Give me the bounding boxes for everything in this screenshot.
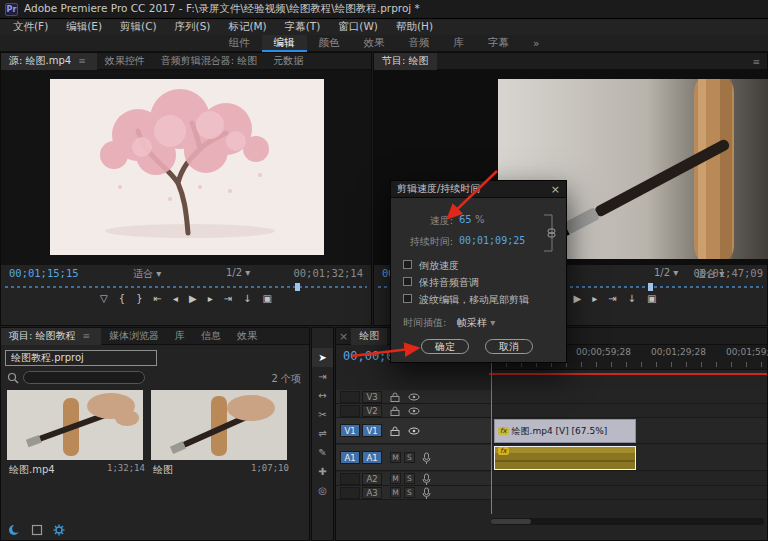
workspace-color[interactable]: 颜色 xyxy=(307,35,352,52)
panel-menu-icon[interactable]: ≡ xyxy=(749,57,763,67)
lift-icon[interactable]: ↓ xyxy=(628,293,636,304)
insert-icon[interactable]: ↓ xyxy=(243,293,251,304)
panel-menu-icon[interactable]: ≡ xyxy=(80,331,94,341)
close-icon[interactable]: × xyxy=(336,330,351,343)
clip-name[interactable]: 绘图.mp4 xyxy=(9,463,55,477)
menu-edit[interactable]: 编辑(E) xyxy=(57,20,111,34)
source-fit-dropdown[interactable]: 适合 ▾ xyxy=(133,267,161,281)
tab-sequence[interactable]: 绘图 xyxy=(351,328,387,345)
workspace-effects[interactable]: 效果 xyxy=(352,35,397,52)
menu-clip[interactable]: 剪辑(C) xyxy=(111,20,166,34)
search-input[interactable] xyxy=(23,371,145,384)
reverse-speed-checkbox[interactable] xyxy=(403,260,412,269)
duration-value[interactable]: 00;01;09;25 xyxy=(459,235,525,246)
ripple-edit-tool[interactable]: ↔ xyxy=(312,386,333,405)
slip-tool[interactable]: ⇌ xyxy=(312,424,333,443)
source-patch-a1[interactable]: A1 xyxy=(340,451,360,464)
scrubber-playhead[interactable] xyxy=(295,283,300,291)
menu-marker[interactable]: 标记(M) xyxy=(219,20,275,34)
solo-button[interactable]: S xyxy=(404,487,415,498)
close-icon[interactable]: × xyxy=(551,183,560,196)
microphone-icon[interactable] xyxy=(422,487,431,500)
tab-program[interactable]: 节目: 绘图 xyxy=(374,53,437,70)
scrollbar-thumb[interactable] xyxy=(491,519,531,524)
ok-button[interactable]: 确定 xyxy=(421,339,469,354)
mark-out-icon[interactable]: } xyxy=(136,293,142,304)
track-target-a2[interactable]: A2 xyxy=(362,473,382,485)
dialog-titlebar[interactable]: 剪辑速度/持续时间 × xyxy=(391,181,566,198)
source-patch-empty[interactable] xyxy=(340,473,360,485)
tab-effect-controls[interactable]: 效果控件 xyxy=(97,53,153,70)
menu-window[interactable]: 窗口(W) xyxy=(329,20,387,34)
clip-name[interactable]: 绘图 xyxy=(153,463,173,477)
go-to-out-icon[interactable]: ⇥ xyxy=(224,293,232,304)
step-forward-icon[interactable]: ▸ xyxy=(592,293,597,304)
razor-tool[interactable]: ✂ xyxy=(312,405,333,424)
track-lane[interactable] xyxy=(491,472,767,486)
program-resolution-dropdown[interactable]: 1/2 ▾ xyxy=(654,267,678,278)
eye-icon[interactable] xyxy=(408,427,420,435)
tab-effects[interactable]: 效果 xyxy=(229,328,265,345)
add-marker-icon[interactable]: ▽ xyxy=(100,293,108,304)
mute-button[interactable]: M xyxy=(390,473,401,484)
track-target-a1[interactable]: A1 xyxy=(362,451,382,464)
workspace-libraries[interactable]: 库 xyxy=(442,35,477,52)
track-lane[interactable] xyxy=(491,404,767,418)
selection-tool[interactable]: ➤ xyxy=(312,348,333,367)
solo-button[interactable]: S xyxy=(404,473,415,484)
tab-audio-clip-mixer[interactable]: 音频剪辑混合器: 绘图 xyxy=(153,53,266,70)
track-target-v3[interactable]: V3 xyxy=(362,391,382,403)
workspace-titles[interactable]: 字幕 xyxy=(476,35,521,52)
track-lane[interactable] xyxy=(491,390,767,404)
workspace-assembly[interactable]: 组件 xyxy=(217,35,262,52)
eye-icon[interactable] xyxy=(408,407,420,415)
menu-file[interactable]: 文件(F) xyxy=(4,20,57,34)
track-target-a3[interactable]: A3 xyxy=(362,487,382,499)
mute-button[interactable]: M xyxy=(390,452,401,463)
workspace-audio[interactable]: 音频 xyxy=(397,35,442,52)
mute-button[interactable]: M xyxy=(390,487,401,498)
source-patch-empty[interactable] xyxy=(340,391,360,403)
play-icon[interactable]: ▶ xyxy=(573,293,581,304)
source-patch-empty[interactable] xyxy=(340,405,360,417)
link-speed-duration-icon[interactable] xyxy=(540,213,556,253)
sync-lock-icon[interactable] xyxy=(390,392,400,402)
tab-info[interactable]: 信息 xyxy=(193,328,229,345)
pen-tool[interactable]: ✎ xyxy=(312,443,333,462)
sync-lock-icon[interactable] xyxy=(390,406,400,416)
microphone-icon[interactable] xyxy=(422,473,431,486)
eye-icon[interactable] xyxy=(408,393,420,401)
audio-clip-selected[interactable]: fx xyxy=(494,446,636,470)
moon-view-icon[interactable] xyxy=(8,524,20,536)
workspace-overflow-chevron[interactable]: » xyxy=(521,35,551,52)
source-viewer[interactable] xyxy=(1,70,371,265)
zoom-tool[interactable]: ◎ xyxy=(312,481,333,500)
ripple-edit-checkbox[interactable] xyxy=(403,294,412,303)
mark-in-icon[interactable]: { xyxy=(119,293,125,304)
playhead[interactable] xyxy=(491,352,492,514)
project-item-thumbnail[interactable] xyxy=(151,390,287,460)
track-select-tool[interactable]: ⇥ xyxy=(312,367,333,386)
project-file-box[interactable]: 绘图教程.prproj xyxy=(5,350,157,366)
settings-gear-icon[interactable] xyxy=(53,524,65,536)
menu-help[interactable]: 帮助(H) xyxy=(387,20,442,34)
source-position-timecode[interactable]: 00;01;15;15 xyxy=(9,267,79,279)
source-patch-empty[interactable] xyxy=(340,487,360,499)
overwrite-icon[interactable]: ▣ xyxy=(262,293,271,304)
menu-title[interactable]: 字幕(T) xyxy=(276,20,330,34)
timeline-zoom-scrollbar[interactable] xyxy=(491,518,764,525)
source-resolution-dropdown[interactable]: 1/2 ▾ xyxy=(226,267,250,278)
step-back-icon[interactable]: ◂ xyxy=(173,293,178,304)
workspace-editing[interactable]: 编辑 xyxy=(262,35,307,52)
track-lane[interactable] xyxy=(491,486,767,500)
video-clip[interactable]: fx 绘图.mp4 [V] [67.5%] xyxy=(494,419,636,443)
speed-value[interactable]: 65 xyxy=(459,214,472,225)
tab-libraries[interactable]: 库 xyxy=(167,328,193,345)
hand-tool[interactable]: ✚ xyxy=(312,462,333,481)
tab-project[interactable]: 项目: 绘图教程 ≡ xyxy=(1,328,101,345)
tab-media-browser[interactable]: 媒体浏览器 xyxy=(101,328,167,345)
scrubber-playhead[interactable] xyxy=(648,283,653,291)
tab-metadata[interactable]: 元数据 xyxy=(265,53,311,70)
source-scrubber[interactable] xyxy=(5,283,367,291)
sync-lock-icon[interactable] xyxy=(390,426,400,436)
